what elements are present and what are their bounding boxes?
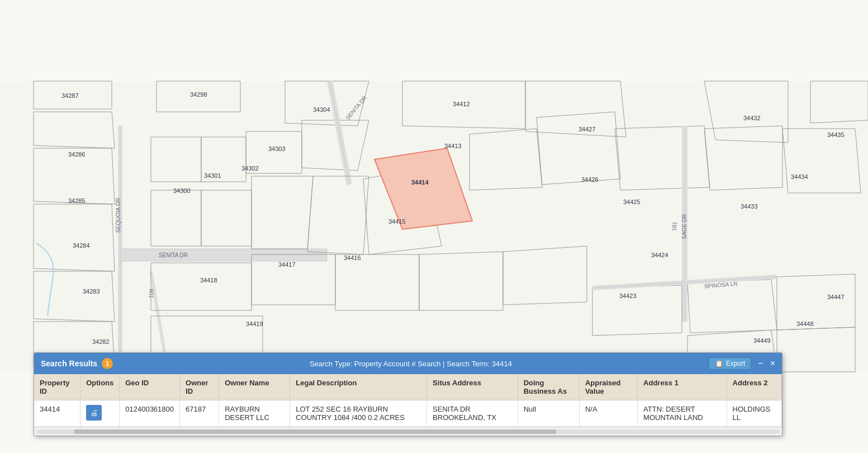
- svg-text:34432: 34432: [743, 115, 761, 121]
- svg-text:34435: 34435: [827, 131, 845, 138]
- cell-doing-business-as: Null: [518, 400, 579, 427]
- svg-text:SAGE DR: SAGE DR: [681, 214, 687, 239]
- col-header-owner-id: Owner ID: [180, 374, 219, 400]
- col-header-appraised-value: Appraised Value: [579, 374, 637, 400]
- search-info: Search Type: Property Account # Search |…: [310, 360, 512, 368]
- search-panel: Search Results 1 Search Type: Property A…: [34, 352, 782, 436]
- svg-rect-0: [0, 81, 868, 372]
- svg-text:34284: 34284: [73, 242, 90, 249]
- svg-text:34413: 34413: [444, 143, 462, 149]
- svg-text:34418: 34418: [200, 277, 217, 284]
- cell-address-2: HOLDINGS LL: [727, 400, 781, 427]
- horizontal-scrollbar-thumb[interactable]: [74, 430, 557, 434]
- col-header-doing-business-as: Doing Business As: [518, 374, 579, 400]
- svg-text:34412: 34412: [453, 101, 470, 107]
- svg-text:34433: 34433: [741, 203, 758, 210]
- cell-owner-id: 67187: [180, 400, 219, 427]
- col-header-address-1: Address 1: [638, 374, 727, 400]
- svg-text:34447: 34447: [827, 294, 845, 300]
- cell-appraised-value: N/A: [579, 400, 637, 427]
- col-header-geo-id: Geo ID: [120, 374, 180, 400]
- svg-text:34282: 34282: [92, 338, 110, 345]
- export-button[interactable]: 📋 Export: [709, 357, 752, 370]
- svg-text:34283: 34283: [83, 288, 100, 295]
- table-header-row: Property ID Options Geo ID Owner ID Owne…: [34, 374, 782, 400]
- svg-text:34416: 34416: [344, 254, 361, 261]
- print-button[interactable]: 🖨: [86, 405, 102, 421]
- close-button[interactable]: ×: [770, 359, 775, 368]
- results-table: Property ID Options Geo ID Owner ID Owne…: [34, 374, 782, 427]
- svg-text:34287: 34287: [61, 92, 79, 99]
- panel-header-right: 📋 Export − ×: [709, 357, 775, 370]
- panel-body: Property ID Options Geo ID Owner ID Owne…: [34, 374, 782, 427]
- panel-title: Search Results: [41, 359, 97, 368]
- svg-text:109: 109: [148, 288, 154, 298]
- col-header-situs-address: Situs Address: [427, 374, 518, 400]
- svg-text:34448: 34448: [796, 320, 814, 327]
- svg-rect-21: [120, 249, 327, 261]
- svg-text:34304: 34304: [313, 106, 330, 113]
- panel-header: Search Results 1 Search Type: Property A…: [34, 353, 782, 374]
- svg-text:34417: 34417: [278, 261, 296, 268]
- table-row[interactable]: 34414 🖨 012400361800 67187 RAYBURN DESER…: [34, 400, 782, 427]
- cell-options[interactable]: 🖨: [80, 400, 120, 427]
- cell-property-id: 34414: [34, 400, 80, 427]
- svg-text:SENITA DR: SENITA DR: [159, 252, 188, 258]
- col-header-legal-description: Legal Description: [290, 374, 427, 400]
- svg-text:SEQUOIA DR: SEQUOIA DR: [115, 198, 121, 233]
- scrollbar-area[interactable]: [34, 427, 782, 436]
- col-header-property-id: Property ID: [34, 374, 80, 400]
- horizontal-scrollbar-track[interactable]: [36, 430, 780, 434]
- col-header-owner-name: Owner Name: [219, 374, 290, 400]
- svg-text:34427: 34427: [578, 126, 596, 133]
- svg-text:34426: 34426: [581, 176, 599, 183]
- svg-text:34300: 34300: [173, 187, 191, 194]
- svg-text:34286: 34286: [68, 151, 86, 158]
- svg-text:34423: 34423: [619, 292, 637, 299]
- col-header-options: Options: [80, 374, 120, 400]
- result-count-badge: 1: [102, 358, 113, 369]
- svg-text:34425: 34425: [623, 199, 641, 205]
- cell-geo-id: 012400361800: [120, 400, 180, 427]
- cell-legal-description: LOT 252 SEC 16 RAYBURN COUNTRY 1084 /400…: [290, 400, 427, 427]
- minimize-button[interactable]: −: [758, 359, 763, 368]
- svg-text:34449: 34449: [753, 337, 771, 344]
- svg-text:34434: 34434: [791, 173, 808, 180]
- svg-text:34419: 34419: [246, 320, 263, 327]
- cell-address-1: ATTN: DESERT MOUNTAIN LAND: [638, 400, 727, 427]
- cell-situs-address: SENITA DR BROOKELAND, TX: [427, 400, 518, 427]
- svg-text:181: 181: [671, 221, 677, 231]
- panel-header-left: Search Results 1: [41, 358, 113, 369]
- svg-text:34414: 34414: [411, 179, 429, 186]
- svg-text:34285: 34285: [68, 197, 86, 204]
- svg-text:34301: 34301: [204, 172, 221, 179]
- svg-text:34298: 34298: [190, 91, 207, 98]
- svg-text:34302: 34302: [241, 165, 259, 172]
- export-icon: 📋: [715, 360, 723, 367]
- table-body: 34414 🖨 012400361800 67187 RAYBURN DESER…: [34, 400, 782, 427]
- svg-text:34303: 34303: [268, 145, 286, 152]
- svg-text:34415: 34415: [388, 218, 406, 225]
- cell-owner-name: RAYBURN DESERT LLC: [219, 400, 290, 427]
- col-header-address-2: Address 2: [727, 374, 781, 400]
- svg-text:34424: 34424: [651, 252, 668, 258]
